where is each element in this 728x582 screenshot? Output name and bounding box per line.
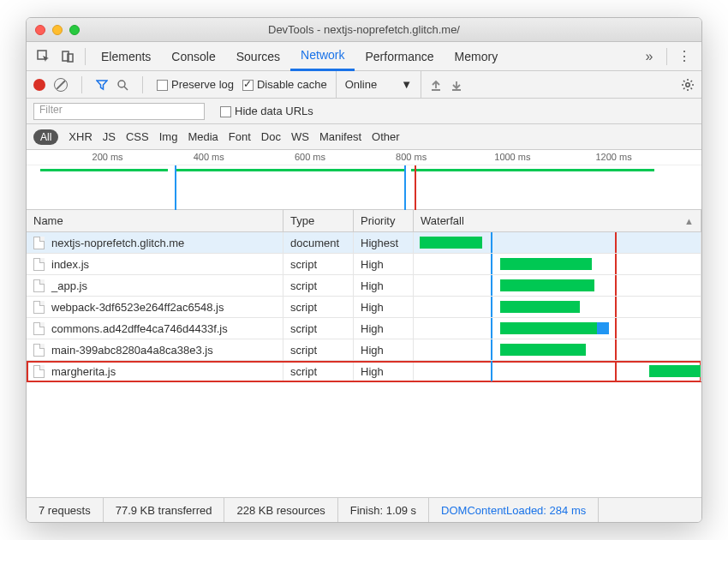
cell-name: _app.js bbox=[27, 275, 283, 296]
maximize-icon[interactable] bbox=[69, 25, 80, 35]
request-row[interactable]: _app.jsscriptHigh bbox=[27, 275, 701, 297]
search-icon[interactable] bbox=[116, 79, 128, 91]
waterfall-bar bbox=[500, 279, 595, 291]
file-icon bbox=[33, 344, 45, 357]
cell-waterfall bbox=[414, 254, 701, 274]
cell-type: script bbox=[283, 361, 354, 381]
type-filter-media[interactable]: Media bbox=[188, 130, 218, 143]
preserve-log-checkbox[interactable]: Preserve log bbox=[157, 78, 234, 91]
type-filter-font[interactable]: Font bbox=[229, 130, 251, 143]
type-filter-doc[interactable]: Doc bbox=[261, 130, 281, 143]
cell-type: script bbox=[283, 297, 354, 317]
settings-icon[interactable] bbox=[681, 78, 695, 92]
type-filter-manifest[interactable]: Manifest bbox=[319, 130, 361, 143]
tab-network[interactable]: Network bbox=[290, 42, 355, 71]
hide-data-urls-checkbox[interactable]: Hide data URLs bbox=[220, 105, 313, 117]
tab-performance[interactable]: Performance bbox=[355, 42, 444, 71]
cell-waterfall bbox=[414, 297, 701, 317]
request-row[interactable]: index.jsscriptHigh bbox=[27, 254, 701, 275]
sort-icon: ▲ bbox=[684, 216, 694, 226]
cell-waterfall bbox=[414, 275, 701, 296]
tab-elements[interactable]: Elements bbox=[91, 42, 161, 71]
filter-bar: Filter Hide data URLs bbox=[27, 99, 701, 124]
empty-space bbox=[27, 382, 701, 498]
request-row[interactable]: webpack-3df6523e264ff2ac6548.jsscriptHig… bbox=[27, 297, 701, 318]
col-priority[interactable]: Priority bbox=[354, 210, 414, 231]
cell-priority: High bbox=[354, 318, 414, 339]
separator bbox=[666, 48, 667, 65]
request-name: _app.js bbox=[51, 279, 87, 292]
cell-name: nextjs-noprefetch.glitch.me bbox=[27, 232, 283, 253]
file-icon bbox=[33, 279, 45, 292]
clear-icon[interactable] bbox=[54, 78, 68, 92]
overflow-icon[interactable]: » bbox=[637, 45, 661, 69]
col-waterfall-label: Waterfall bbox=[421, 214, 464, 227]
waterfall-marker bbox=[491, 318, 492, 339]
status-resources: 228 KB resources bbox=[224, 498, 337, 522]
type-filter-xhr[interactable]: XHR bbox=[69, 130, 92, 143]
type-filter-all[interactable]: All bbox=[33, 129, 58, 145]
col-waterfall[interactable]: Waterfall▲ bbox=[414, 210, 701, 231]
request-name: margherita.js bbox=[51, 365, 116, 378]
disable-cache-checkbox[interactable]: Disable cache bbox=[242, 78, 327, 91]
filter-input[interactable]: Filter bbox=[33, 103, 205, 120]
minimize-icon[interactable] bbox=[52, 25, 63, 35]
request-row[interactable]: nextjs-noprefetch.glitch.medocumentHighe… bbox=[27, 232, 701, 254]
svg-point-7 bbox=[686, 82, 689, 86]
type-filter-other[interactable]: Other bbox=[372, 130, 400, 143]
kebab-menu-icon[interactable]: ⋮ bbox=[672, 45, 696, 69]
panel-tabs: ElementsConsoleSourcesNetworkPerformance… bbox=[27, 42, 701, 71]
separator bbox=[81, 76, 82, 93]
preserve-log-label: Preserve log bbox=[171, 78, 234, 91]
device-toggle-icon[interactable] bbox=[56, 45, 80, 69]
type-filter-bar: AllXHRJSCSSImgMediaFontDocWSManifestOthe… bbox=[27, 124, 701, 150]
file-icon bbox=[33, 301, 45, 314]
waterfall-bar bbox=[500, 322, 598, 334]
waterfall-bar bbox=[500, 301, 581, 313]
filter-placeholder: Filter bbox=[39, 104, 63, 116]
cell-waterfall bbox=[414, 232, 701, 253]
waterfall-marker bbox=[615, 297, 617, 317]
download-har-icon[interactable] bbox=[451, 79, 462, 91]
timeline[interactable]: 200 ms400 ms600 ms800 ms1000 ms1200 ms bbox=[27, 150, 701, 210]
type-filter-css[interactable]: CSS bbox=[126, 130, 149, 143]
timeline-bar bbox=[411, 169, 654, 171]
tab-memory[interactable]: Memory bbox=[445, 42, 509, 71]
waterfall-marker bbox=[615, 254, 617, 274]
hide-data-urls-label: Hide data URLs bbox=[235, 105, 313, 117]
tab-console[interactable]: Console bbox=[161, 42, 225, 71]
request-row[interactable]: commons.ad42dffe4ca746d4433f.jsscriptHig… bbox=[27, 318, 701, 339]
throttle-value: Online bbox=[345, 78, 378, 91]
filter-icon[interactable] bbox=[96, 79, 108, 91]
record-button[interactable] bbox=[33, 79, 45, 91]
waterfall-marker bbox=[491, 297, 492, 317]
type-filter-ws[interactable]: WS bbox=[291, 130, 309, 143]
col-type[interactable]: Type bbox=[283, 210, 354, 231]
type-filter-img[interactable]: Img bbox=[159, 130, 178, 143]
file-icon bbox=[33, 365, 45, 378]
col-name[interactable]: Name bbox=[27, 210, 283, 231]
cell-type: script bbox=[283, 318, 354, 339]
tab-sources[interactable]: Sources bbox=[226, 42, 290, 71]
waterfall-marker bbox=[615, 275, 617, 296]
cell-name: index.js bbox=[27, 254, 283, 274]
request-row[interactable]: main-399abc8280a4a8ca38e3.jsscriptHigh bbox=[27, 339, 701, 361]
request-row[interactable]: margherita.jsscriptHigh bbox=[27, 361, 701, 382]
inspect-icon[interactable] bbox=[32, 45, 56, 69]
request-name: main-399abc8280a4a8ca38e3.js bbox=[51, 344, 213, 357]
window-title: DevTools - nextjs-noprefetch.glitch.me/ bbox=[27, 23, 701, 36]
request-name: commons.ad42dffe4ca746d4433f.js bbox=[51, 322, 228, 335]
close-icon[interactable] bbox=[35, 25, 45, 35]
waterfall-marker bbox=[615, 318, 617, 339]
network-toolbar: Preserve log Disable cache Online ▼ bbox=[27, 71, 701, 99]
timeline-marker bbox=[404, 165, 406, 210]
cell-type: script bbox=[283, 339, 354, 360]
type-filter-js[interactable]: JS bbox=[103, 130, 116, 143]
titlebar: DevTools - nextjs-noprefetch.glitch.me/ bbox=[27, 18, 701, 42]
throttle-select[interactable]: Online ▼ bbox=[336, 71, 421, 99]
cell-type: document bbox=[283, 232, 354, 253]
waterfall-marker bbox=[615, 361, 617, 381]
separator bbox=[85, 48, 86, 65]
upload-har-icon[interactable] bbox=[430, 79, 442, 91]
cell-type: script bbox=[283, 275, 354, 296]
